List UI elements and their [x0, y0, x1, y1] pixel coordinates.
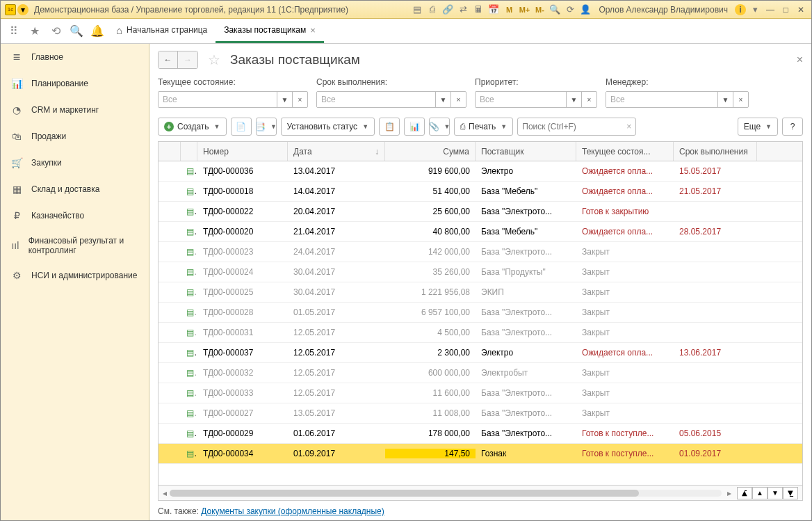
filter-srok-clear[interactable]: × [450, 92, 466, 107]
table-row[interactable]: ▤ТД00-00003712.05.20172 300,00ЭлектроОжи… [159, 343, 802, 363]
col-icon2[interactable] [181, 142, 197, 161]
table-row[interactable]: ▤ТД00-00003212.05.2017600 000,00Электроб… [159, 363, 802, 383]
notifications-icon[interactable]: 🔔 [87, 21, 108, 42]
search-clear-icon[interactable]: × [626, 122, 631, 131]
grid-down-button[interactable]: ▼ [768, 487, 783, 499]
filter-state-dropdown[interactable]: ▼ [277, 92, 292, 107]
sidebar-item-3[interactable]: 🛍Продажи [1, 123, 149, 150]
calendar-icon[interactable]: 📅 [487, 3, 500, 16]
filter-srok-input[interactable]: ▼ × [316, 91, 466, 108]
tab-orders[interactable]: Заказы поставщикам × [216, 19, 324, 43]
filter-manager-input[interactable]: ▼ × [606, 91, 749, 108]
minimize-button[interactable]: — [764, 3, 777, 16]
col-number[interactable]: Номер [197, 142, 288, 161]
table-row[interactable]: ▤ТД00-00002021.04.201740 800,00База "Меб… [159, 222, 802, 242]
table-row[interactable]: ▤ТД00-00003112.05.20174 500,00База "Элек… [159, 323, 802, 343]
calc-icon[interactable]: 🖩 [472, 3, 485, 16]
grid-last-button[interactable]: ▼̲ [783, 487, 798, 499]
grid-up-button[interactable]: ▲ [752, 487, 768, 499]
tool-button-1[interactable]: 📋 [379, 118, 400, 136]
user-name[interactable]: Орлов Александр Владимирович [599, 5, 728, 15]
col-icon1[interactable] [159, 142, 181, 161]
table-row[interactable]: ▤ТД00-00003401.09.2017147,50ГознакГотов … [159, 444, 802, 464]
more-button[interactable]: Еще ▼ [738, 118, 778, 136]
refresh-icon[interactable]: ⟳ [564, 3, 576, 16]
favorites-icon[interactable]: ★ [24, 21, 45, 42]
sidebar-item-8[interactable]: ⚙НСИ и администрирование [1, 262, 149, 289]
save-icon[interactable]: ▤ [411, 3, 423, 16]
help-button[interactable]: ? [782, 118, 803, 136]
nav-forward-button[interactable]: → [178, 51, 197, 68]
tab-home[interactable]: ⌂ Начальная страница [108, 19, 216, 43]
set-status-button[interactable]: Установить статус ▼ [281, 118, 375, 136]
table-row[interactable]: ▤ТД00-00002324.04.2017142 000,00База "Эл… [159, 242, 802, 262]
maximize-button[interactable]: □ [779, 3, 792, 16]
search-input[interactable] [522, 122, 626, 131]
table-row[interactable]: ▤ТД00-00001814.04.201751 400,00База "Меб… [159, 182, 802, 202]
info-dropdown[interactable]: ▾ [749, 3, 761, 16]
col-sum[interactable]: Сумма [385, 142, 476, 161]
filter-priority-dropdown[interactable]: ▼ [566, 92, 581, 107]
h-scrollbar[interactable] [170, 490, 722, 497]
filter-priority-field[interactable] [476, 92, 566, 107]
table-row[interactable]: ▤ТД00-00003613.04.2017919 600,00ЭлектроО… [159, 161, 802, 182]
search-box[interactable]: × [517, 118, 636, 136]
footer-link-docs[interactable]: Документы закупки (оформленные накладные… [201, 506, 384, 516]
copy-button[interactable]: 📄 [231, 118, 252, 136]
filter-srok-field[interactable] [317, 92, 435, 107]
search-icon[interactable]: 🔍 [66, 21, 87, 42]
filter-state-field[interactable] [159, 92, 277, 107]
document-icon: ▤ [186, 328, 197, 337]
filter-manager-field[interactable] [606, 92, 717, 107]
col-deadline[interactable]: Срок выполнения [674, 142, 757, 161]
sidebar-item-6[interactable]: ₽Казначейство [1, 202, 149, 229]
sidebar-item-0[interactable]: ≡Главное [1, 44, 149, 70]
info-icon[interactable]: i [735, 4, 746, 15]
grid-body[interactable]: ▤ТД00-00003613.04.2017919 600,00ЭлектроО… [159, 161, 802, 485]
filter-state-input[interactable]: ▼ × [158, 91, 308, 108]
col-state[interactable]: Текущее состоя... [576, 142, 674, 161]
memory-m[interactable]: M [503, 3, 515, 16]
sidebar-item-4[interactable]: 🛒Закупки [1, 150, 149, 176]
sidebar-item-5[interactable]: ▦Склад и доставка [1, 176, 149, 202]
document-icon: ▤ [186, 207, 197, 216]
tool-button-2[interactable]: 📊 [404, 118, 425, 136]
compare-icon[interactable]: ⇄ [457, 3, 469, 16]
link-icon[interactable]: 🔗 [441, 3, 454, 16]
filter-priority-clear[interactable]: × [581, 92, 596, 107]
history-icon[interactable]: ⟲ [45, 21, 66, 42]
col-supplier[interactable]: Поставщик [476, 142, 576, 161]
sidebar-item-7[interactable]: ıılФинансовый результат и контроллинг [1, 229, 149, 262]
filter-manager-clear[interactable]: × [733, 92, 748, 107]
table-row[interactable]: ▤ТД00-00002713.05.201711 008,00База "Эле… [159, 403, 802, 424]
nav-back-button[interactable]: ← [159, 51, 178, 68]
favorite-star-icon[interactable]: ☆ [208, 51, 220, 68]
filter-manager-dropdown[interactable]: ▼ [717, 92, 733, 107]
app-menu-dropdown[interactable]: ▾ [17, 4, 29, 15]
apps-icon[interactable]: ⠿ [3, 21, 24, 42]
close-page-button[interactable]: × [797, 54, 803, 66]
zoom-icon[interactable]: 🔍 [549, 3, 561, 16]
print-icon[interactable]: ⎙ [426, 3, 439, 16]
grid-first-button[interactable]: ▲̄ [737, 487, 752, 499]
memory-mplus[interactable]: M+ [518, 3, 530, 16]
create-button[interactable]: + Создать ▼ [158, 118, 227, 136]
table-row[interactable]: ▤ТД00-00002901.06.2017178 000,00База "Эл… [159, 424, 802, 444]
tab-close-icon[interactable]: × [310, 25, 316, 35]
table-row[interactable]: ▤ТД00-00002801.05.20176 957 100,00База "… [159, 303, 802, 323]
close-button[interactable]: ✕ [795, 3, 807, 16]
filter-priority-input[interactable]: ▼ × [475, 91, 597, 108]
table-row[interactable]: ▤ТД00-00003312.05.201711 600,00База "Эле… [159, 383, 802, 403]
table-row[interactable]: ▤ТД00-00002220.04.201725 600,00База "Эле… [159, 202, 802, 222]
print-button[interactable]: ⎙ Печать ▼ [454, 118, 513, 136]
process-button[interactable]: 📑▼ [256, 118, 277, 136]
sidebar-item-1[interactable]: 📊Планирование [1, 70, 149, 97]
filter-state-clear[interactable]: × [292, 92, 307, 107]
table-row[interactable]: ▤ТД00-00002430.04.201735 260,00База "Про… [159, 262, 802, 282]
memory-mminus[interactable]: M- [533, 3, 546, 16]
col-date[interactable]: Дата↓ [288, 142, 385, 161]
filter-srok-dropdown[interactable]: ▼ [435, 92, 450, 107]
sidebar-item-2[interactable]: ◔CRM и маркетинг [1, 97, 149, 123]
tool-button-3[interactable]: 📎▼ [429, 118, 450, 136]
table-row[interactable]: ▤ТД00-00002530.04.20171 221 956,08ЭКИПЗа… [159, 282, 802, 303]
